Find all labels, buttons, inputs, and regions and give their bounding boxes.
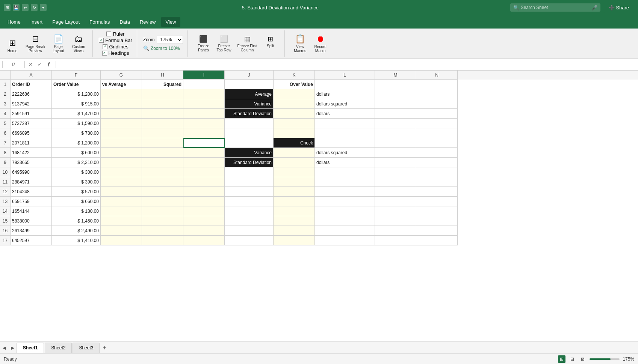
cell-l14[interactable]: [315, 206, 375, 216]
cell-k1[interactable]: Over Value: [274, 80, 315, 89]
cell-g5[interactable]: [101, 119, 142, 128]
cell-f1[interactable]: Order Value: [52, 80, 101, 89]
page-layout-view-icon[interactable]: ⊟: [568, 355, 576, 363]
zoom-100-label[interactable]: Zoom to 100%: [151, 46, 180, 51]
cell-f16[interactable]: $ 2,490.00: [52, 226, 101, 236]
cell-n11[interactable]: [416, 177, 458, 187]
cell-h17[interactable]: [142, 236, 183, 245]
cell-a5[interactable]: 5727287: [11, 119, 52, 128]
cell-i7[interactable]: [183, 138, 225, 148]
cell-g17[interactable]: [101, 236, 142, 245]
cell-h3[interactable]: [142, 99, 183, 109]
cell-a6[interactable]: 6696095: [11, 128, 52, 138]
row-header-7[interactable]: 7: [0, 138, 11, 148]
cell-h5[interactable]: [142, 119, 183, 128]
cell-i6[interactable]: [183, 128, 225, 138]
cell-i13[interactable]: [183, 197, 225, 206]
cell-f13[interactable]: $ 660.00: [52, 197, 101, 206]
cell-i2[interactable]: [183, 89, 225, 99]
cell-g8[interactable]: [101, 148, 142, 158]
cell-l8[interactable]: dollars squared: [315, 148, 375, 158]
cell-i3[interactable]: [183, 99, 225, 109]
cell-f8[interactable]: $ 600.00: [52, 148, 101, 158]
cell-h8[interactable]: [142, 148, 183, 158]
cell-h4[interactable]: [142, 109, 183, 119]
cell-m10[interactable]: [375, 167, 416, 177]
cell-m9[interactable]: [375, 158, 416, 167]
cell-g6[interactable]: [101, 128, 142, 138]
cell-j10[interactable]: [225, 167, 274, 177]
cell-g16[interactable]: [101, 226, 142, 236]
cell-g4[interactable]: [101, 109, 142, 119]
cell-h16[interactable]: [142, 226, 183, 236]
sheet-tab-3[interactable]: Sheet3: [73, 343, 100, 353]
cell-a9[interactable]: 7923665: [11, 158, 52, 167]
page-break-view-icon[interactable]: ⊠: [579, 355, 587, 363]
cell-f2[interactable]: $ 1,200.00: [52, 89, 101, 99]
cell-a14[interactable]: 1654144: [11, 206, 52, 216]
cell-i10[interactable]: [183, 167, 225, 177]
cell-n7[interactable]: [416, 138, 458, 148]
cell-f14[interactable]: $ 180.00: [52, 206, 101, 216]
cell-g11[interactable]: [101, 177, 142, 187]
zoom-select[interactable]: 175% 150% 100%: [157, 36, 183, 44]
cell-k6[interactable]: [274, 128, 315, 138]
cell-f12[interactable]: $ 570.00: [52, 187, 101, 197]
cell-j3[interactable]: Variance: [225, 99, 274, 109]
insert-function-button[interactable]: f: [44, 60, 53, 69]
formula-input[interactable]: [59, 61, 636, 68]
cell-h13[interactable]: [142, 197, 183, 206]
cell-j16[interactable]: [225, 226, 274, 236]
row-header-9[interactable]: 9: [0, 158, 11, 167]
cell-k15[interactable]: [274, 216, 315, 226]
page-break-preview-button[interactable]: ⊟ Page Break Preview: [23, 33, 47, 54]
cell-a7[interactable]: 2071811: [11, 138, 52, 148]
cell-a10[interactable]: 6495990: [11, 167, 52, 177]
cancel-formula-button[interactable]: ✕: [26, 60, 35, 69]
cell-a3[interactable]: 9137942: [11, 99, 52, 109]
cell-a2[interactable]: 2222686: [11, 89, 52, 99]
cell-f4[interactable]: $ 1,470.00: [52, 109, 101, 119]
cell-n2[interactable]: [416, 89, 458, 99]
col-header-m[interactable]: M: [375, 71, 416, 80]
custom-views-button[interactable]: 🗂 Custom Views: [69, 33, 88, 54]
cell-f3[interactable]: $ 915.00: [52, 99, 101, 109]
cell-j12[interactable]: [225, 187, 274, 197]
cell-m6[interactable]: [375, 128, 416, 138]
cell-h6[interactable]: [142, 128, 183, 138]
cell-g14[interactable]: [101, 206, 142, 216]
cell-k5[interactable]: [274, 119, 315, 128]
cell-reference-input[interactable]: I7: [2, 61, 25, 68]
row-header-8[interactable]: 8: [0, 148, 11, 158]
cell-l15[interactable]: [315, 216, 375, 226]
cell-l3[interactable]: dollars squared: [315, 99, 375, 109]
prev-sheet-arrow[interactable]: ◀: [0, 344, 8, 352]
page-layout-button[interactable]: 📄 Page Layout: [49, 33, 68, 54]
cell-f9[interactable]: $ 2,310.00: [52, 158, 101, 167]
cell-l11[interactable]: [315, 177, 375, 187]
row-header-11[interactable]: 11: [0, 177, 11, 187]
cell-f5[interactable]: $ 1,590.00: [52, 119, 101, 128]
cell-j1[interactable]: [225, 80, 274, 89]
cell-m14[interactable]: [375, 206, 416, 216]
cell-l9[interactable]: dollars: [315, 158, 375, 167]
cell-m15[interactable]: [375, 216, 416, 226]
menu-page-layout[interactable]: Page Layout: [48, 17, 84, 27]
cell-k9[interactable]: [274, 158, 315, 167]
cell-j5[interactable]: [225, 119, 274, 128]
cell-h15[interactable]: [142, 216, 183, 226]
cell-a16[interactable]: 2613499: [11, 226, 52, 236]
add-sheet-button[interactable]: +: [100, 344, 109, 352]
cell-f10[interactable]: $ 300.00: [52, 167, 101, 177]
menu-review[interactable]: Review: [135, 17, 160, 27]
more-icon[interactable]: ▾: [40, 4, 47, 11]
cell-i12[interactable]: [183, 187, 225, 197]
cell-f6[interactable]: $ 780.00: [52, 128, 101, 138]
record-macro-button[interactable]: ⏺ Record Macro: [311, 33, 330, 54]
next-sheet-arrow[interactable]: ▶: [8, 344, 17, 352]
cell-k2[interactable]: [274, 89, 315, 99]
cell-g9[interactable]: [101, 158, 142, 167]
cell-h11[interactable]: [142, 177, 183, 187]
cell-g10[interactable]: [101, 167, 142, 177]
cell-g15[interactable]: [101, 216, 142, 226]
